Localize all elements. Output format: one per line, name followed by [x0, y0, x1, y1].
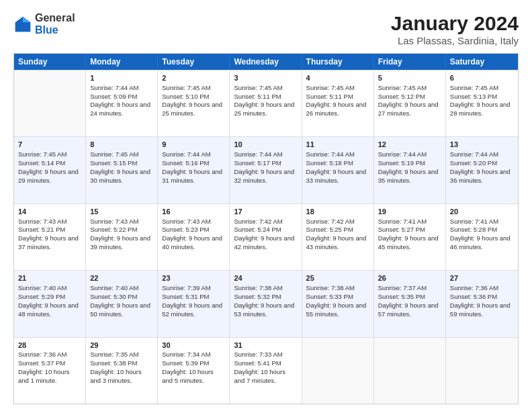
sunset-text: Sunset: 5:27 PM [378, 226, 441, 234]
sunrise-text: Sunrise: 7:36 AM [18, 351, 81, 359]
sunset-text: Sunset: 5:11 PM [234, 93, 297, 101]
day-number: 16 [162, 207, 225, 217]
daylight-text: Daylight: 10 hours and 3 minutes. [90, 368, 153, 385]
daylight-text: Daylight: 9 hours and 46 minutes. [450, 234, 514, 252]
day-number: 26 [378, 273, 441, 283]
sunset-text: Sunset: 5:21 PM [18, 226, 81, 234]
daylight-text: Daylight: 9 hours and 48 minutes. [18, 302, 81, 319]
sunset-text: Sunset: 5:33 PM [306, 293, 369, 302]
calendar-cell-w5-d5 [302, 338, 374, 404]
sunset-text: Sunset: 5:32 PM [234, 293, 297, 302]
calendar-cell-w3-d2: 15Sunrise: 7:43 AMSunset: 5:22 PMDayligh… [86, 204, 158, 270]
day-number: 21 [18, 273, 81, 283]
sunset-text: Sunset: 5:10 PM [162, 93, 225, 101]
calendar-header: Sunday Monday Tuesday Wednesday Thursday… [14, 54, 518, 70]
sunrise-text: Sunrise: 7:37 AM [378, 284, 441, 293]
calendar-week-5: 28Sunrise: 7:36 AMSunset: 5:37 PMDayligh… [14, 337, 518, 404]
daylight-text: Daylight: 9 hours and 43 minutes. [306, 234, 369, 252]
calendar-cell-w3-d3: 16Sunrise: 7:43 AMSunset: 5:23 PMDayligh… [158, 204, 230, 270]
calendar-cell-w1-d5: 4Sunrise: 7:45 AMSunset: 5:11 PMDaylight… [302, 71, 374, 136]
day-number: 8 [90, 140, 153, 150]
day-number: 14 [18, 207, 81, 217]
daylight-text: Daylight: 9 hours and 26 minutes. [306, 101, 369, 118]
daylight-text: Daylight: 10 hours and 7 minutes. [234, 368, 297, 385]
daylight-text: Daylight: 9 hours and 28 minutes. [450, 101, 514, 118]
day-number: 2 [162, 73, 225, 83]
logo-blue-text: Blue [35, 24, 75, 36]
sunrise-text: Sunrise: 7:33 AM [234, 351, 297, 359]
svg-marker-1 [23, 16, 30, 21]
calendar-cell-w2-d2: 8Sunrise: 7:45 AMSunset: 5:15 PMDaylight… [86, 137, 158, 203]
sunrise-text: Sunrise: 7:45 AM [90, 150, 153, 159]
calendar-cell-w4-d4: 24Sunrise: 7:38 AMSunset: 5:32 PMDayligh… [230, 271, 302, 336]
daylight-text: Daylight: 9 hours and 32 minutes. [234, 168, 297, 185]
day-number: 5 [378, 73, 441, 83]
daylight-text: Daylight: 9 hours and 50 minutes. [90, 302, 153, 319]
sunset-text: Sunset: 5:15 PM [90, 159, 153, 168]
calendar-title: January 2024 [391, 12, 519, 35]
daylight-text: Daylight: 9 hours and 24 minutes. [90, 101, 153, 118]
calendar-cell-w1-d6: 5Sunrise: 7:45 AMSunset: 5:12 PMDaylight… [374, 71, 446, 136]
daylight-text: Daylight: 9 hours and 27 minutes. [378, 101, 441, 118]
day-number: 9 [162, 140, 225, 150]
day-number: 13 [450, 140, 514, 150]
header: General Blue January 2024 Las Plassas, S… [13, 12, 519, 46]
logo-text: General Blue [35, 12, 75, 36]
day-number: 7 [18, 140, 81, 150]
calendar-body: 1Sunrise: 7:44 AMSunset: 5:09 PMDaylight… [14, 70, 518, 404]
daylight-text: Daylight: 10 hours and 1 minute. [18, 368, 81, 385]
calendar-cell-w2-d6: 12Sunrise: 7:44 AMSunset: 5:19 PMDayligh… [374, 137, 446, 203]
daylight-text: Daylight: 9 hours and 39 minutes. [90, 234, 153, 252]
calendar-cell-w2-d4: 10Sunrise: 7:44 AMSunset: 5:17 PMDayligh… [230, 137, 302, 203]
calendar-cell-w3-d5: 18Sunrise: 7:42 AMSunset: 5:25 PMDayligh… [302, 204, 374, 270]
calendar-cell-w5-d3: 30Sunrise: 7:34 AMSunset: 5:39 PMDayligh… [158, 338, 230, 404]
calendar-cell-w2-d7: 13Sunrise: 7:44 AMSunset: 5:20 PMDayligh… [446, 137, 518, 203]
calendar-cell-w4-d6: 26Sunrise: 7:37 AMSunset: 5:35 PMDayligh… [374, 271, 446, 336]
sunrise-text: Sunrise: 7:36 AM [450, 284, 514, 293]
daylight-text: Daylight: 10 hours and 5 minutes. [162, 368, 225, 385]
sunset-text: Sunset: 5:37 PM [18, 359, 81, 368]
daylight-text: Daylight: 9 hours and 45 minutes. [378, 234, 441, 252]
sunrise-text: Sunrise: 7:43 AM [162, 218, 225, 226]
sunrise-text: Sunrise: 7:40 AM [18, 284, 81, 293]
sunrise-text: Sunrise: 7:45 AM [162, 84, 225, 93]
header-thursday: Thursday [302, 54, 374, 70]
sunrise-text: Sunrise: 7:42 AM [234, 218, 297, 226]
sunset-text: Sunset: 5:20 PM [450, 159, 514, 168]
calendar-cell-w1-d4: 3Sunrise: 7:45 AMSunset: 5:11 PMDaylight… [230, 71, 302, 136]
sunrise-text: Sunrise: 7:45 AM [378, 84, 441, 93]
sunset-text: Sunset: 5:14 PM [18, 159, 81, 168]
daylight-text: Daylight: 9 hours and 25 minutes. [162, 101, 225, 118]
sunset-text: Sunset: 5:41 PM [234, 359, 297, 368]
sunset-text: Sunset: 5:22 PM [90, 226, 153, 234]
sunset-text: Sunset: 5:29 PM [18, 293, 81, 302]
header-saturday: Saturday [446, 54, 518, 70]
sunset-text: Sunset: 5:38 PM [90, 359, 153, 368]
sunset-text: Sunset: 5:11 PM [306, 93, 369, 101]
daylight-text: Daylight: 9 hours and 59 minutes. [450, 302, 514, 319]
header-sunday: Sunday [14, 54, 86, 70]
day-number: 10 [234, 140, 297, 150]
sunrise-text: Sunrise: 7:45 AM [18, 150, 81, 159]
calendar-cell-w1-d3: 2Sunrise: 7:45 AMSunset: 5:10 PMDaylight… [158, 71, 230, 136]
day-number: 27 [450, 273, 514, 283]
calendar-cell-w4-d7: 27Sunrise: 7:36 AMSunset: 5:36 PMDayligh… [446, 271, 518, 336]
daylight-text: Daylight: 9 hours and 25 minutes. [234, 101, 297, 118]
sunset-text: Sunset: 5:36 PM [450, 293, 514, 302]
header-friday: Friday [374, 54, 446, 70]
day-number: 28 [18, 340, 81, 351]
sunrise-text: Sunrise: 7:44 AM [378, 150, 441, 159]
sunrise-text: Sunrise: 7:43 AM [90, 218, 153, 226]
day-number: 11 [306, 140, 369, 150]
day-number: 1 [90, 73, 153, 83]
daylight-text: Daylight: 9 hours and 29 minutes. [18, 168, 81, 185]
sunrise-text: Sunrise: 7:45 AM [306, 84, 369, 93]
daylight-text: Daylight: 9 hours and 37 minutes. [18, 234, 81, 252]
calendar-cell-w2-d1: 7Sunrise: 7:45 AMSunset: 5:14 PMDaylight… [14, 137, 86, 203]
day-number: 4 [306, 73, 369, 83]
daylight-text: Daylight: 9 hours and 35 minutes. [378, 168, 441, 185]
day-number: 20 [450, 207, 514, 217]
day-number: 24 [234, 273, 297, 283]
sunrise-text: Sunrise: 7:44 AM [234, 150, 297, 159]
calendar-cell-w5-d7 [446, 338, 518, 404]
